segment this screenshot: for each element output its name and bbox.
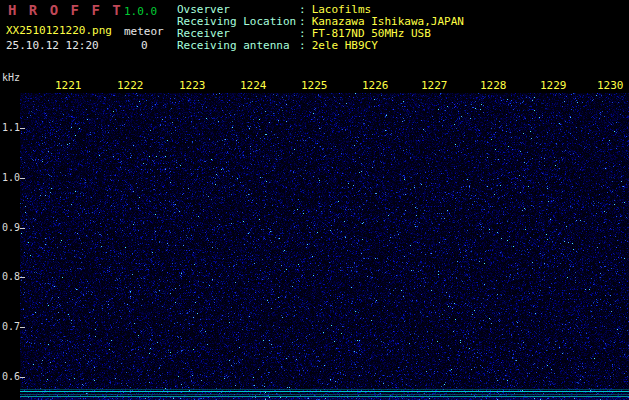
x-tick-label: 1224 — [240, 79, 267, 92]
app-version: 1.0.0 — [124, 5, 157, 18]
x-tick-label: 1225 — [301, 79, 328, 92]
x-tick-label: 1227 — [421, 79, 448, 92]
info-label: Receiving antenna — [177, 40, 299, 52]
info-separator: : — [299, 40, 306, 52]
y-tick-label: 1.0 — [2, 172, 20, 183]
y-tick-label: 1.1 — [2, 122, 20, 133]
x-tick-label: 1230 — [597, 79, 624, 92]
x-tick-label: 1228 — [480, 79, 507, 92]
x-tick-label: 1229 — [540, 79, 567, 92]
spectrogram-canvas — [20, 93, 629, 400]
y-tick-label: 0.6 — [2, 371, 20, 382]
app-title: H R O F F T — [8, 2, 123, 18]
meteor-count: 0 — [141, 39, 148, 52]
y-tick-label: 0.7 — [2, 321, 20, 332]
x-tick-label: 1221 — [55, 79, 82, 92]
y-tick-label: 0.9 — [2, 222, 20, 233]
info-row-antenna: Receiving antenna:2ele HB9CY — [177, 40, 464, 52]
x-tick-label: 1226 — [362, 79, 389, 92]
y-tick-label: 0.8 — [2, 271, 20, 282]
station-info: Ovserver:Lacofilms Receiving Location:Ka… — [177, 4, 464, 52]
timestamp: 25.10.12 12:20 — [6, 39, 99, 52]
y-axis-unit: kHz — [2, 72, 20, 83]
mode-label: meteor — [124, 25, 164, 38]
info-value: 2ele HB9CY — [312, 40, 378, 52]
x-tick-label: 1223 — [179, 79, 206, 92]
hrofft-output: { "app": { "title_letters": "H R O F F T… — [0, 0, 629, 400]
output-filename: XX2510121220.png — [6, 24, 112, 37]
x-tick-label: 1222 — [117, 79, 144, 92]
